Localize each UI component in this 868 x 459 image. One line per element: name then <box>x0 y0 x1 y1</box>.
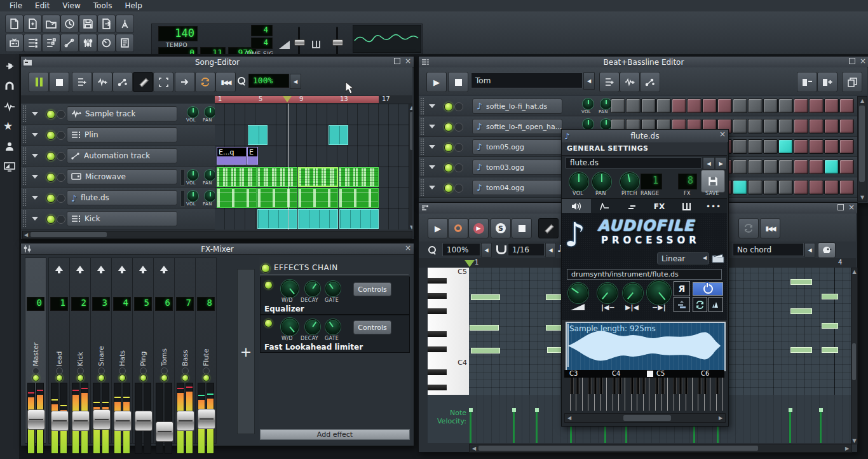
fx-mixer-titlebar[interactable]: FX-Mixer × <box>21 243 414 255</box>
black-key[interactable] <box>428 293 447 299</box>
step-cell[interactable] <box>733 119 747 134</box>
step-cell[interactable] <box>702 99 717 113</box>
draw-mode-button[interactable] <box>133 72 153 92</box>
export-project-button[interactable] <box>97 15 116 33</box>
velocity-bar[interactable] <box>470 411 471 443</box>
instrument-volume-knob[interactable] <box>569 172 588 191</box>
black-key[interactable] <box>618 378 622 394</box>
song-zoom-display[interactable]: 100% <box>248 74 289 88</box>
track-mute-led[interactable] <box>444 184 453 193</box>
pattern-clip[interactable] <box>298 188 338 208</box>
track-pan-knob[interactable] <box>600 99 611 109</box>
black-key[interactable] <box>593 378 597 394</box>
channel-fader[interactable] <box>114 411 132 431</box>
track-mute-led[interactable] <box>444 123 453 132</box>
song-clip-area[interactable]: E...qE <box>215 104 409 230</box>
pattern-clip[interactable] <box>339 167 379 187</box>
bb-track-name-button[interactable]: ♪tom03.ogg <box>472 160 562 175</box>
effects-chain-led[interactable] <box>261 264 270 273</box>
piano-roll-maximize-button[interactable] <box>837 204 844 210</box>
track-mute-led[interactable] <box>46 131 55 140</box>
piano-roll-note[interactable] <box>822 294 838 299</box>
black-key[interactable] <box>642 378 646 394</box>
step-cell[interactable] <box>733 180 747 195</box>
mixer-channel-master[interactable]: 0Master <box>25 257 46 444</box>
step-cell[interactable] <box>824 119 839 134</box>
pr-vertical-scrollbar[interactable]: ▲ ▼ <box>851 268 858 444</box>
track-grip[interactable] <box>420 179 424 196</box>
track-grip[interactable] <box>420 138 424 155</box>
channel-fader[interactable] <box>93 409 111 430</box>
piano-roll-note[interactable] <box>790 347 812 353</box>
step-cell[interactable] <box>778 160 793 174</box>
song-editor-titlebar[interactable]: Song-Editor × <box>21 57 414 68</box>
step-cell[interactable] <box>824 160 839 174</box>
pr-draw-mode-button[interactable] <box>538 218 559 238</box>
pattern-clip[interactable] <box>257 188 297 208</box>
keyboard-label-bar[interactable]: C3C4C5C6 <box>564 370 724 378</box>
pattern-clip[interactable] <box>217 188 257 208</box>
sample-path-field[interactable]: drumsynth/instrument/flute.ds <box>567 269 722 280</box>
track-mute-led[interactable] <box>46 152 55 161</box>
step-cell[interactable] <box>733 99 747 113</box>
black-key[interactable] <box>428 369 447 375</box>
decay-knob[interactable] <box>305 319 320 334</box>
menu-item-tools[interactable]: Tools <box>88 1 118 11</box>
track-mute-led[interactable] <box>444 163 453 172</box>
track-solo-led[interactable] <box>57 173 65 182</box>
loop-on-button[interactable] <box>693 282 723 296</box>
channel-led-on[interactable] <box>182 374 189 381</box>
fx-channel-display[interactable]: 8 <box>678 174 697 189</box>
interpolation-selector[interactable]: Linear <box>657 252 709 264</box>
instrument-next-arrow[interactable]: ▶ <box>715 157 727 170</box>
channel-led-off[interactable] <box>56 367 63 374</box>
mixer-channel-hats[interactable]: 4Hats <box>111 257 133 444</box>
track-solo-led[interactable] <box>454 163 463 172</box>
black-key[interactable] <box>613 378 616 394</box>
track-grip[interactable] <box>22 105 27 122</box>
track-mute-led[interactable] <box>46 194 55 203</box>
mixer-channel-kick[interactable]: 2Kick <box>69 257 91 444</box>
black-key[interactable] <box>428 278 447 284</box>
channel-led-off[interactable] <box>203 367 210 374</box>
track-mute-led[interactable] <box>444 143 453 152</box>
step-cell[interactable] <box>839 160 854 174</box>
black-key[interactable] <box>428 308 447 314</box>
black-key[interactable] <box>715 378 719 394</box>
track-mute-led[interactable] <box>46 215 55 224</box>
bb-steps-add-bar-button[interactable] <box>817 72 837 92</box>
stutter-button[interactable]: Я <box>674 281 690 296</box>
piano-roll-note[interactable] <box>790 279 812 285</box>
timesig-denominator-display[interactable]: 4 <box>251 38 273 49</box>
tab-more[interactable]: ••• <box>700 199 727 214</box>
track-actions-caret[interactable] <box>32 154 38 158</box>
recently-opened-button[interactable] <box>60 15 79 33</box>
pattern-clip[interactable] <box>298 167 338 187</box>
mixer-channel-ping[interactable]: 5Ping <box>132 257 154 444</box>
add-sample-track-button[interactable] <box>92 72 112 92</box>
pr-stop-record-button[interactable]: S <box>491 218 511 238</box>
wet-dry-knob[interactable] <box>281 280 299 298</box>
pr-zoom-display[interactable]: 100% <box>442 243 480 256</box>
step-cell[interactable] <box>763 160 778 174</box>
channel-led-on[interactable] <box>161 374 168 381</box>
track-actions-caret[interactable] <box>32 175 38 179</box>
pr-playhead-marker[interactable] <box>465 260 475 267</box>
step-cell[interactable] <box>809 139 824 154</box>
piano-roll-note[interactable] <box>790 308 812 314</box>
track-name-button[interactable]: Kick <box>67 211 177 226</box>
automation-clip[interactable]: E <box>247 147 258 165</box>
toggle-controller-rack-button[interactable] <box>97 34 116 52</box>
piano-roll-note[interactable] <box>471 294 500 300</box>
track-mute-led[interactable] <box>444 102 453 111</box>
channel-led-off[interactable] <box>140 367 147 374</box>
pr-snap-arrow[interactable]: ◀ <box>545 243 556 257</box>
menu-item-file[interactable]: File <box>4 1 28 11</box>
bb-clone-steps-button[interactable] <box>842 72 862 92</box>
mixer-channel-flute[interactable]: 8Flute <box>195 257 217 444</box>
black-key[interactable] <box>661 378 665 394</box>
track-name-button[interactable]: ♪flute.ds <box>67 190 177 205</box>
step-cell[interactable] <box>824 139 839 154</box>
track-actions-caret[interactable] <box>429 104 435 108</box>
track-mute-led[interactable] <box>46 110 55 119</box>
